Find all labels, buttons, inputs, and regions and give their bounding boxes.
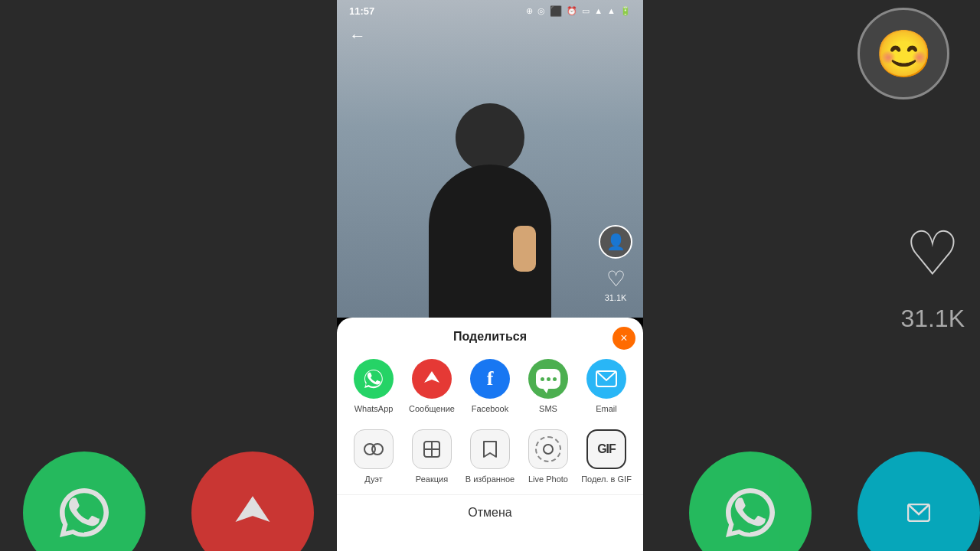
- share-live-photo[interactable]: Live Photo: [522, 429, 574, 484]
- side-buttons: 👤 ♡ 31.1K: [599, 225, 632, 302]
- sms-label: SMS: [539, 403, 557, 414]
- share-row-social: WhatsApp Сообщение f Facebook: [337, 353, 643, 423]
- vpn-icon: ◎: [537, 6, 545, 16]
- heart-icon: ♡: [606, 266, 626, 292]
- email-icon-circle: [586, 359, 626, 399]
- person-hand: [513, 226, 536, 272]
- person-head: [456, 103, 524, 172]
- share-favorites[interactable]: В избранное: [464, 429, 516, 484]
- cancel-button[interactable]: Отмена: [337, 495, 643, 530]
- bg-avatar: 😊: [858, 8, 949, 99]
- share-facebook[interactable]: f Facebook: [464, 359, 516, 414]
- gif-icon: GIF: [586, 429, 626, 469]
- duet-icon: [354, 429, 394, 469]
- bg-right-panel: 😊 ♡ 31.1K: [643, 0, 980, 551]
- whatsapp-label: WhatsApp: [354, 403, 394, 414]
- bg-message-icon: [191, 452, 314, 551]
- bg-left-panel: [0, 0, 337, 551]
- share-panel: Поделиться × WhatsApp: [337, 318, 643, 551]
- gif-label: Подел. в GIF: [581, 474, 632, 484]
- back-button[interactable]: ←: [349, 26, 366, 46]
- favorites-label: В избранное: [466, 474, 514, 484]
- like-button[interactable]: ♡ 31.1K: [605, 266, 627, 302]
- status-time: 11:57: [349, 5, 374, 17]
- video-avatar[interactable]: 👤: [599, 225, 632, 259]
- share-duet[interactable]: Дуэт: [348, 429, 400, 484]
- status-bar: 11:57 ⊕ ◎ ⬛ ⏰ ▭ ▲ ▲ 🔋: [337, 0, 643, 21]
- sms-dots: [541, 377, 557, 381]
- avatar-face: 😊: [875, 27, 933, 81]
- shield-icon: ⊕: [526, 6, 533, 16]
- live-outer-ring: [535, 436, 561, 462]
- bg-whatsapp-icon: [23, 452, 145, 551]
- svg-marker-0: [237, 497, 268, 520]
- bg-right-bottom: [689, 452, 980, 551]
- live-photo-label: Live Photo: [528, 474, 568, 484]
- favorites-icon: [470, 429, 510, 469]
- reaction-icon: [412, 429, 452, 469]
- email-label: Email: [596, 403, 617, 414]
- sms-dot-1: [541, 377, 544, 381]
- live-photo-icon: [528, 429, 568, 469]
- alarm-icon: ⏰: [567, 6, 577, 16]
- camera-icon: ⬛: [550, 5, 562, 17]
- cancel-label: Отмена: [468, 506, 511, 520]
- share-message[interactable]: Сообщение: [406, 359, 458, 414]
- share-title-row: Поделиться ×: [337, 330, 643, 353]
- share-sms[interactable]: SMS: [522, 359, 574, 414]
- video-area: 11:57 ⊕ ◎ ⬛ ⏰ ▭ ▲ ▲ 🔋 ←: [337, 0, 643, 318]
- message-icon-circle: [412, 359, 452, 399]
- whatsapp-icon-circle: [354, 359, 394, 399]
- svg-point-4: [372, 444, 383, 455]
- close-button[interactable]: ×: [612, 327, 635, 350]
- like-count: 31.1K: [605, 293, 627, 302]
- share-reaction[interactable]: Реакция: [406, 429, 458, 484]
- duet-label: Дуэт: [364, 474, 382, 484]
- phone-frame: 11:57 ⊕ ◎ ⬛ ⏰ ▭ ▲ ▲ 🔋 ←: [337, 0, 643, 551]
- reaction-label: Реакция: [416, 474, 448, 484]
- share-row-actions: Дуэт Реакция: [337, 423, 643, 494]
- person-body: [429, 165, 551, 318]
- bg-green-icon: [689, 452, 812, 551]
- live-inner-ring: [543, 444, 554, 455]
- message-label: Сообщение: [409, 403, 455, 414]
- battery-icon: 🔋: [620, 6, 631, 16]
- sms-bubble-icon: [536, 369, 560, 389]
- facebook-icon-circle: f: [470, 359, 510, 399]
- facebook-label: Facebook: [472, 403, 508, 414]
- person-silhouette: [406, 103, 574, 318]
- sms-dot-2: [547, 377, 550, 381]
- signal-icon: ▲: [607, 6, 616, 15]
- status-icons: ⊕ ◎ ⬛ ⏰ ▭ ▲ ▲ 🔋: [526, 5, 631, 17]
- wifi-icon: ▲: [594, 6, 603, 15]
- sms-icon-circle: [528, 359, 568, 399]
- person-area: [337, 38, 643, 318]
- bg-heart-icon: ♡: [905, 218, 960, 289]
- sms-dot-3: [553, 377, 557, 381]
- bg-right-content: ♡ 31.1K: [900, 218, 965, 333]
- bg-likes-count: 31.1K: [900, 305, 965, 333]
- share-gif[interactable]: GIF Подел. в GIF: [580, 429, 632, 484]
- facebook-f-icon: f: [487, 367, 494, 390]
- share-email[interactable]: Email: [580, 359, 632, 414]
- svg-marker-1: [424, 371, 439, 383]
- cast-icon: ▭: [582, 6, 590, 16]
- share-whatsapp[interactable]: WhatsApp: [348, 359, 400, 414]
- bg-teal-icon: [858, 452, 980, 551]
- share-title: Поделиться: [453, 330, 527, 344]
